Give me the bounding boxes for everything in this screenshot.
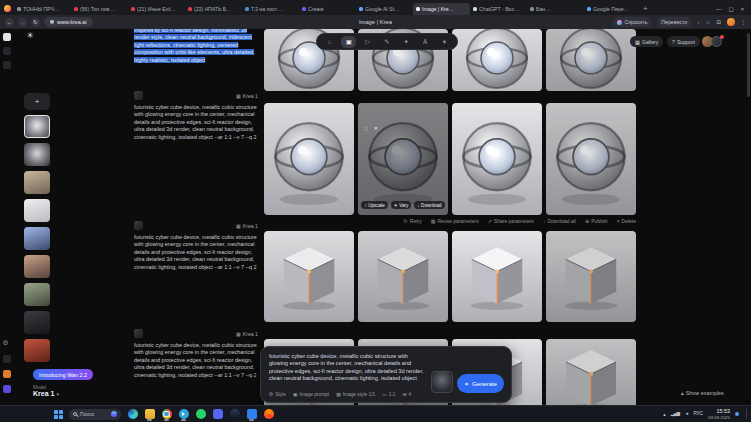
taskbar-app-whatsapp[interactable]: [195, 408, 206, 421]
model-selector[interactable]: Model Krea 1▾: [33, 385, 59, 397]
forward-button[interactable]: →: [18, 18, 27, 27]
model-badge[interactable]: ▦Krea 1: [236, 223, 258, 229]
browser-tab[interactable]: (23) АПАТЬ Б…: [185, 3, 242, 15]
generated-image[interactable]: [546, 103, 636, 215]
model-badge[interactable]: ▦Krea 1: [236, 93, 258, 99]
maximize-button[interactable]: ▢: [729, 6, 734, 12]
generated-image-hovered[interactable]: ♡ × ↑Upscale ✦Vary ↓Download: [358, 103, 448, 215]
favorite-icon[interactable]: ♡: [363, 125, 368, 132]
history-thumbnail[interactable]: [24, 199, 50, 222]
image-count-button[interactable]: ⊞4: [402, 392, 411, 397]
krea-logo-icon[interactable]: ✳: [27, 31, 34, 40]
generated-image[interactable]: [358, 231, 448, 322]
browser-tab[interactable]: Google AI St…: [356, 3, 413, 15]
notification-bell-icon[interactable]: [735, 412, 739, 416]
browser-tab[interactable]: (21) Иные Exil…: [128, 3, 185, 15]
more-tools-icon[interactable]: ▾: [437, 36, 452, 48]
rail-settings-icon[interactable]: ⚙: [3, 339, 9, 347]
generated-image[interactable]: [452, 103, 542, 215]
refresh-button[interactable]: ↻: [31, 18, 40, 27]
draw-tool-icon[interactable]: ✎: [379, 36, 394, 48]
browser-tab[interactable]: ChatGPT - Вос…: [470, 3, 527, 15]
downloads-icon[interactable]: ↓: [697, 19, 700, 25]
prompt-input[interactable]: futuristic cyber cube device, metallic c…: [269, 353, 427, 383]
bookmark-icon[interactable]: ☆: [706, 19, 711, 25]
history-thumbnail[interactable]: [24, 255, 50, 278]
taskbar-app-chrome[interactable]: [161, 408, 172, 421]
generated-image[interactable]: [546, 339, 636, 405]
taskbar-search[interactable]: Поиск: [69, 409, 121, 420]
rail-extra-icon[interactable]: [3, 355, 11, 363]
extensions-icon[interactable]: ⊡: [716, 19, 720, 25]
rail-apps-icon[interactable]: [3, 33, 11, 41]
aspect-ratio-button[interactable]: ▭1:1: [382, 392, 395, 397]
start-button[interactable]: [54, 410, 63, 419]
history-thumbnail[interactable]: [24, 227, 50, 250]
close-button[interactable]: ×: [741, 6, 744, 12]
download-all-button[interactable]: ↓Download all: [543, 218, 576, 224]
enhance-tool-icon[interactable]: ✦: [399, 36, 414, 48]
browser-tab[interactable]: (56) Топ лив…: [71, 3, 128, 15]
browser-tab[interactable]: ТОННЫ ПРЧ…: [14, 3, 71, 15]
retry-button[interactable]: ↻Retry: [404, 218, 422, 224]
back-button[interactable]: ←: [5, 18, 14, 27]
generated-image[interactable]: [546, 29, 636, 91]
generated-image[interactable]: [264, 103, 354, 215]
new-tab-button[interactable]: +: [643, 4, 648, 13]
reuse-parameters-button[interactable]: ▦Reuse parameters: [431, 218, 479, 224]
tray-chevron-icon[interactable]: ▴: [663, 411, 666, 417]
generation-prompt[interactable]: futuristic cyber cube device, metallic c…: [134, 234, 258, 271]
keyboard-language[interactable]: РУС: [693, 411, 703, 416]
vary-button[interactable]: ✦Vary: [391, 201, 411, 209]
home-icon[interactable]: ⌂: [322, 36, 337, 48]
text-tool-icon[interactable]: A: [418, 36, 433, 48]
history-thumbnail[interactable]: [24, 283, 50, 306]
publish-button[interactable]: ⊕Publish: [585, 218, 608, 224]
ask-ai-button[interactable]: Спросить: [613, 17, 651, 27]
taskbar-app-vscode[interactable]: [246, 408, 257, 421]
show-examples-button[interactable]: ▴Show examples: [681, 390, 724, 396]
image-mode-icon[interactable]: ▣: [341, 36, 356, 48]
browser-tab[interactable]: Create: [299, 3, 356, 15]
rail-purple-app-icon[interactable]: [3, 385, 11, 393]
rail-orange-app-icon[interactable]: [3, 370, 11, 378]
generation-prompt[interactable]: futuristic cyber cube device, metallic c…: [134, 104, 258, 141]
taskbar-app-explorer[interactable]: [144, 408, 155, 421]
gallery-button[interactable]: ▦Gallery: [630, 36, 663, 47]
introducing-wan-badge[interactable]: Introducing Wan 2.2: [33, 369, 93, 380]
history-thumbnail[interactable]: [24, 143, 50, 166]
browser-tab[interactable]: Т.3 на пост…: [242, 3, 299, 15]
browser-logo-icon[interactable]: [4, 5, 11, 12]
minimize-button[interactable]: —: [716, 6, 722, 12]
share-parameters-button[interactable]: ↗Share parameters: [488, 218, 534, 224]
taskbar-app-firefox[interactable]: [263, 408, 274, 421]
selected-prompt-text[interactable]: inspired by sci-fi reactor design, minim…: [134, 29, 254, 63]
show-desktop-button[interactable]: [746, 409, 747, 419]
volume-icon[interactable]: ◄: [684, 411, 688, 416]
translate-button[interactable]: Перевести: [657, 17, 691, 27]
history-add-button[interactable]: +: [24, 93, 50, 110]
browser-menu-icon[interactable]: ⋮: [741, 19, 746, 25]
image-prompt-button[interactable]: ▣Image prompt: [293, 392, 329, 397]
style-reference-thumbnail[interactable]: [431, 371, 453, 393]
generated-image[interactable]: [546, 231, 636, 322]
rail-chat-icon[interactable]: [3, 47, 11, 55]
taskbar-clock[interactable]: 15:53 09.09.2025: [708, 408, 730, 419]
taskbar-app-discord[interactable]: [212, 408, 223, 421]
support-button[interactable]: ?Support: [667, 36, 700, 47]
delete-button[interactable]: ×Delete: [617, 218, 636, 224]
page-scrollbar[interactable]: [747, 33, 750, 97]
generated-image[interactable]: [264, 231, 354, 322]
video-mode-icon[interactable]: ▷: [360, 36, 375, 48]
history-thumbnail[interactable]: [24, 311, 50, 334]
generated-image[interactable]: [452, 29, 542, 91]
generated-image[interactable]: [452, 231, 542, 322]
generate-button[interactable]: ✦Generate: [457, 374, 504, 393]
browser-tab[interactable]: Google Пере…: [584, 3, 641, 15]
taskbar-app-edge[interactable]: [127, 408, 138, 421]
download-button[interactable]: ↓Download: [414, 201, 444, 209]
taskbar-app-steam[interactable]: [229, 408, 240, 421]
upscale-button[interactable]: ↑Upscale: [361, 201, 387, 209]
browser-tab-active[interactable]: Image | Kre…: [413, 3, 470, 15]
history-thumbnail-selected[interactable]: [24, 115, 50, 138]
